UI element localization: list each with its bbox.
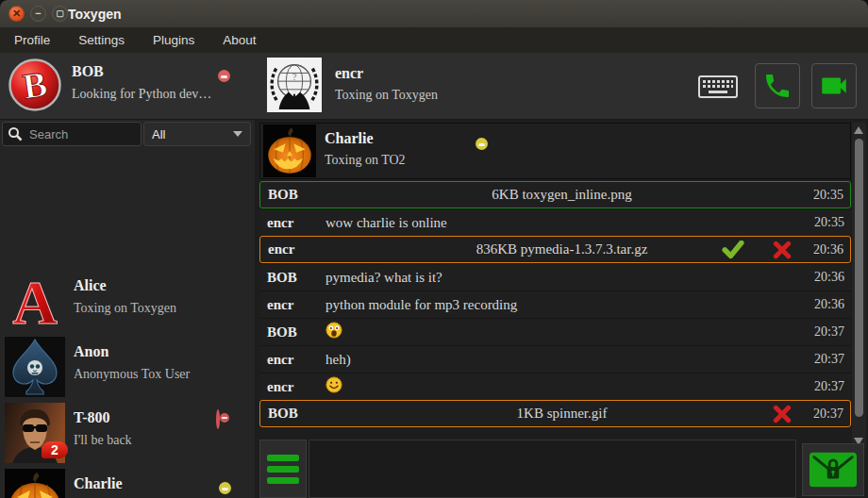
window-title: Toxygen [68, 0, 122, 28]
shocked-face-emoji [326, 322, 342, 339]
message-sender: BOB [260, 406, 326, 422]
message-sender: BOB [260, 187, 326, 203]
contact-name: Charlie [74, 475, 123, 492]
message-time: 20:37 [798, 352, 851, 367]
file-size-and-name: 6KB toxygen_inline.png [326, 187, 797, 203]
audio-call-button[interactable] [755, 63, 800, 108]
search-icon [8, 126, 23, 141]
svg-text:?: ? [292, 72, 297, 82]
busy-new-message-status-icon [216, 409, 220, 429]
self-name[interactable]: BOB [72, 63, 104, 80]
message-row: encr heh) 20:37 [259, 345, 851, 373]
scrollbar-thumb[interactable] [855, 139, 863, 417]
top-panel: B BOB Looking for Python dev… ? encr Tox… [0, 53, 868, 120]
message-time: 20:36 [797, 242, 850, 257]
hamburger-bar [267, 455, 299, 461]
message-time: 20:36 [798, 270, 851, 285]
message-sender: encr [259, 215, 326, 231]
contact-row-charlie[interactable]: Charlie Toxing on TO2 [0, 466, 255, 498]
message-sender: BOB [259, 324, 326, 340]
hamburger-bar [267, 477, 299, 484]
away-status-icon [219, 482, 231, 494]
message-list[interactable]: BOB 6KB toxygen_inline.png 20:35 encr wo… [259, 181, 851, 427]
file-transfer-row: encr 836KB pymedia-1.3.7.3.tar.gz 20:36 [259, 236, 851, 263]
window-maximize-button[interactable]: ▢ [52, 6, 68, 22]
window-close-button[interactable]: ✕ [8, 6, 25, 22]
file-size-and-name: 1KB spinner.gif [326, 406, 797, 422]
accept-file-icon[interactable] [722, 241, 744, 259]
alice-avatar: A [5, 271, 65, 331]
message-time: 20:35 [797, 188, 850, 203]
contact-status-message: Toxing on Toxygen [74, 301, 176, 316]
contact-row-alice[interactable]: A Alice Toxing on Toxygen [0, 268, 255, 334]
contact-status-message: Anonymous Tox User [74, 367, 190, 382]
message-row: BOB pymedia? what is it? 20:36 [259, 263, 851, 290]
self-status-message[interactable]: Looking for Python dev… [72, 87, 211, 102]
smileys-menu-button[interactable] [259, 440, 307, 498]
menu-plugins[interactable]: Plugins [139, 28, 209, 53]
message-sender: BOB [259, 270, 326, 286]
chat-peer-name: Charlie [325, 130, 374, 147]
decline-file-icon[interactable] [773, 405, 792, 423]
toxygen-window: ✕ − ▢ Toxygen Profile Settings Plugins A… [0, 0, 868, 498]
chat-peer-avatar-pumpkin [263, 124, 316, 177]
contacts-sidebar: All A Alice Toxing on Toxygen Anon Ano [0, 120, 255, 498]
chat-peer-away-status-icon [476, 138, 488, 150]
message-sender: encr [259, 379, 326, 395]
menu-bar: Profile Settings Plugins About [0, 28, 868, 53]
message-text: pymedia? what is it? [326, 270, 798, 286]
contact-name: T-800 [74, 409, 110, 426]
contact-row-t800[interactable]: 2 T-800 I'll be back [0, 400, 255, 466]
menu-settings[interactable]: Settings [64, 28, 139, 53]
contact-filter-value: All [152, 127, 165, 141]
decline-file-icon[interactable] [773, 241, 792, 259]
video-call-button[interactable] [811, 63, 857, 108]
peer-name: encr [335, 65, 363, 82]
anon-spade-skull-avatar [5, 337, 65, 397]
contact-status-message: I'll be back [74, 433, 132, 448]
window-minimize-button[interactable]: − [30, 6, 46, 22]
peer-status-message: Toxing on Toxygen [335, 88, 438, 103]
message-row: BOB 20:37 [259, 318, 851, 345]
message-text: python module for mp3 recording [326, 297, 798, 313]
file-transfer-row: BOB 6KB toxygen_inline.png 20:35 [259, 181, 851, 208]
encrypted-send-envelope-icon [810, 452, 857, 488]
chat-scrollbar[interactable] [852, 123, 866, 449]
message-emoji-cell [326, 322, 798, 342]
unread-count-badge: 2 [42, 441, 68, 458]
message-time: 20:37 [797, 407, 850, 422]
message-input[interactable] [309, 440, 796, 498]
file-transfer-row: BOB 1KB spinner.gif 20:37 [259, 400, 851, 427]
phone-icon [762, 71, 793, 101]
send-message-button[interactable] [802, 443, 864, 496]
contact-name: Alice [74, 277, 107, 294]
scroll-up-arrow-icon[interactable] [854, 126, 863, 134]
message-sender: encr [259, 297, 326, 313]
menu-profile[interactable]: Profile [0, 28, 64, 53]
message-time: 20:35 [798, 215, 851, 230]
message-text: wow charlie is online [326, 215, 798, 231]
keyboard-icon[interactable] [698, 75, 738, 98]
message-sender: encr [259, 352, 326, 368]
menu-about[interactable]: About [209, 28, 270, 53]
peer-avatar-anonymous: ? [267, 58, 322, 112]
chat-peer-status-message: Toxing on TO2 [325, 153, 406, 168]
chat-peer-header: Charlie Toxing on TO2 [259, 123, 851, 179]
video-camera-icon [818, 70, 850, 102]
message-row: encr wow charlie is online 20:35 [259, 208, 851, 236]
message-row: encr python module for mp3 recording 20:… [259, 290, 851, 318]
contact-row-anon[interactable]: Anon Anonymous Tox User [0, 334, 255, 400]
message-time: 20:37 [798, 379, 851, 394]
search-box[interactable] [2, 122, 142, 146]
contact-name: Anon [74, 343, 108, 360]
message-row: encr 20:37 [259, 373, 851, 400]
contact-filter-dropdown[interactable]: All [143, 122, 251, 146]
smiling-face-emoji [326, 376, 342, 393]
message-text: heh) [326, 352, 798, 368]
chevron-down-icon [233, 131, 242, 137]
message-time: 20:37 [798, 324, 851, 340]
svg-text:A: A [12, 271, 58, 331]
search-input[interactable] [27, 126, 135, 142]
message-emoji-cell [326, 376, 798, 397]
self-avatar[interactable]: B [8, 58, 62, 112]
